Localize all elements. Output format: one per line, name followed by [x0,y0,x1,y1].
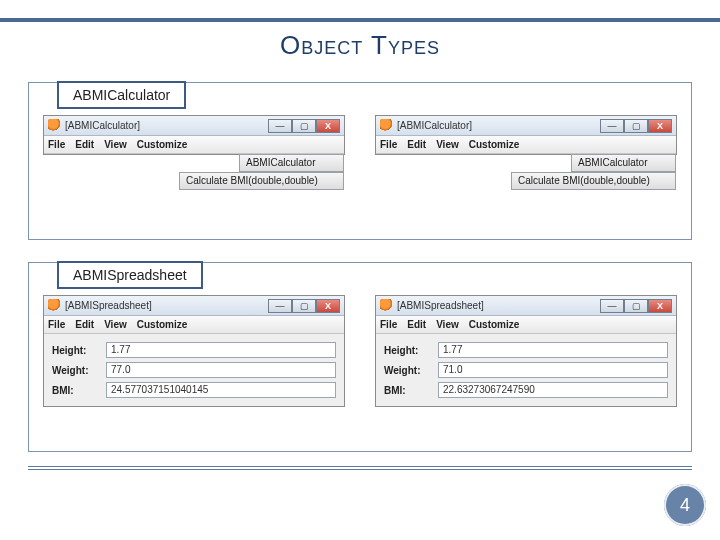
menu-edit[interactable]: Edit [407,139,426,150]
weight-field[interactable]: 71.0 [438,362,668,378]
table-row: Weight: 77.0 [52,360,336,380]
table-row: BMI: 24.577037151040145 [52,380,336,400]
window-title: [ABMISpreadsheet] [397,300,596,311]
window-controls: — ▢ X [600,119,672,133]
page-title: Object Types [0,30,720,61]
menu-edit[interactable]: Edit [407,319,426,330]
maximize-button[interactable]: ▢ [292,119,316,133]
menubar: File Edit View Customize [376,316,676,334]
titlebar: [ABMISpreadsheet] — ▢ X [44,296,344,316]
height-field[interactable]: 1.77 [438,342,668,358]
menubar: File Edit View Customize [376,136,676,154]
minimize-button[interactable]: — [600,119,624,133]
spreadsheet-window-right: [ABMISpreadsheet] — ▢ X File Edit View C… [375,295,677,407]
minimize-button[interactable]: — [268,119,292,133]
close-button[interactable]: X [648,119,672,133]
window-title: [ABMICalculator] [65,120,264,131]
java-icon [48,299,61,312]
spreadsheet-window-left: [ABMISpreadsheet] — ▢ X File Edit View C… [43,295,345,407]
titlebar: [ABMICalculator] — ▢ X [376,116,676,136]
table-row: Height: 1.77 [384,340,668,360]
menu-customize[interactable]: Customize [137,139,188,150]
page-number: 4 [664,484,706,526]
section-label-spreadsheet: ABMISpreadsheet [57,261,203,289]
menu-file[interactable]: File [380,319,397,330]
weight-field[interactable]: 77.0 [106,362,336,378]
accent-bar [0,18,720,22]
menu-file[interactable]: File [48,139,65,150]
weight-label: Weight: [52,365,100,376]
menu-customize[interactable]: Customize [469,319,520,330]
menubar: File Edit View Customize [44,136,344,154]
calculator-window-right: [ABMICalculator] — ▢ X File Edit View Cu… [375,115,677,155]
bmi-label: BMI: [52,385,100,396]
section-spreadsheet: ABMISpreadsheet [ABMISpreadsheet] — ▢ X … [28,262,692,452]
menu-edit[interactable]: Edit [75,319,94,330]
window-controls: — ▢ X [268,119,340,133]
maximize-button[interactable]: ▢ [624,299,648,313]
method-dropdown[interactable]: Calculate BMI(double,double) [511,172,676,190]
height-field[interactable]: 1.77 [106,342,336,358]
maximize-button[interactable]: ▢ [624,119,648,133]
minimize-button[interactable]: — [268,299,292,313]
java-icon [380,299,393,312]
minimize-button[interactable]: — [600,299,624,313]
class-dropdown[interactable]: ABMICalculator [239,154,344,172]
calculator-window-left: [ABMICalculator] — ▢ X File Edit View Cu… [43,115,345,155]
close-button[interactable]: X [316,299,340,313]
java-icon [48,119,61,132]
bmi-label: BMI: [384,385,432,396]
maximize-button[interactable]: ▢ [292,299,316,313]
weight-label: Weight: [384,365,432,376]
footer-rule [28,466,692,470]
table-row: BMI: 22.63273067247590 [384,380,668,400]
titlebar: [ABMICalculator] — ▢ X [44,116,344,136]
menu-customize[interactable]: Customize [469,139,520,150]
titlebar: [ABMISpreadsheet] — ▢ X [376,296,676,316]
menu-view[interactable]: View [104,139,127,150]
menu-view[interactable]: View [104,319,127,330]
menu-view[interactable]: View [436,319,459,330]
spreadsheet-panel-pair: [ABMISpreadsheet] — ▢ X File Edit View C… [43,295,677,407]
menubar: File Edit View Customize [44,316,344,334]
class-dropdown[interactable]: ABMICalculator [571,154,676,172]
client-area: Height: 1.77 Weight: 71.0 BMI: 22.632730… [376,334,676,406]
table-row: Weight: 71.0 [384,360,668,380]
height-label: Height: [52,345,100,356]
table-row: Height: 1.77 [52,340,336,360]
window-controls: — ▢ X [600,299,672,313]
menu-file[interactable]: File [48,319,65,330]
section-calculator: ABMICalculator [ABMICalculator] — ▢ X Fi… [28,82,692,240]
calculator-panel-pair: [ABMICalculator] — ▢ X File Edit View Cu… [43,115,677,155]
close-button[interactable]: X [648,299,672,313]
window-title: [ABMICalculator] [397,120,596,131]
section-label-calculator: ABMICalculator [57,81,186,109]
close-button[interactable]: X [316,119,340,133]
menu-edit[interactable]: Edit [75,139,94,150]
menu-file[interactable]: File [380,139,397,150]
bmi-field[interactable]: 22.63273067247590 [438,382,668,398]
bmi-field[interactable]: 24.577037151040145 [106,382,336,398]
java-icon [380,119,393,132]
method-dropdown[interactable]: Calculate BMI(double,double) [179,172,344,190]
height-label: Height: [384,345,432,356]
window-controls: — ▢ X [268,299,340,313]
menu-view[interactable]: View [436,139,459,150]
client-area: Height: 1.77 Weight: 77.0 BMI: 24.577037… [44,334,344,406]
window-title: [ABMISpreadsheet] [65,300,264,311]
menu-customize[interactable]: Customize [137,319,188,330]
